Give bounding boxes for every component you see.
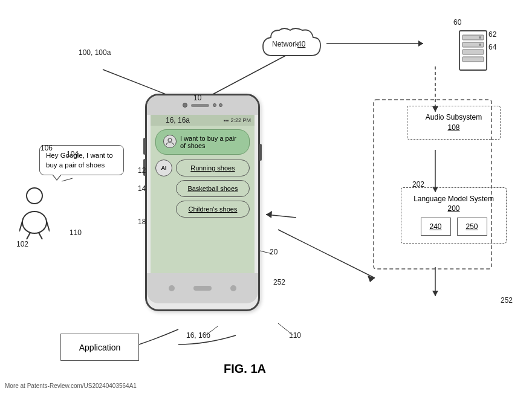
- audio-num: 108: [415, 123, 493, 133]
- speaker-grille: [191, 104, 209, 107]
- suggestion-row-2: Basketball shoes: [155, 180, 250, 197]
- application-box: Application: [60, 334, 139, 361]
- back-button: [169, 285, 175, 291]
- volume-up-button: [143, 138, 146, 155]
- label-16-16a: 16, 16a: [166, 116, 190, 124]
- signal-icon: ▪▪▪: [224, 118, 229, 123]
- phone-bottom: [147, 273, 258, 303]
- label-110-bottom: 110: [289, 331, 301, 340]
- svg-text:Network: Network: [272, 40, 299, 48]
- status-time: 2:22 PM: [230, 117, 251, 123]
- language-model-system: Language Model System 200 240 250: [401, 187, 507, 244]
- svg-point-35: [479, 36, 481, 39]
- svg-point-27: [168, 138, 172, 142]
- fig-caption: FIG. 1A: [224, 362, 266, 376]
- svg-marker-4: [418, 40, 423, 47]
- label-102: 102: [16, 240, 47, 248]
- svg-marker-11: [432, 291, 438, 296]
- svg-line-23: [19, 221, 22, 231]
- suggestion-3: Children's shoes: [176, 201, 250, 218]
- label-104: 104: [66, 150, 79, 158]
- lms-box-240: 240: [421, 218, 451, 236]
- person-head: [26, 187, 43, 204]
- label-64: 64: [488, 43, 531, 51]
- lms-title: Language Model System: [409, 194, 499, 204]
- svg-rect-33: [462, 50, 484, 54]
- home-button: [193, 286, 212, 291]
- front-camera: [183, 103, 187, 108]
- svg-line-14: [266, 215, 296, 218]
- lms-box-250: 250: [457, 218, 487, 236]
- label-18: 18: [138, 218, 146, 226]
- cloud-svg: Network 40: [260, 25, 332, 65]
- diagram-container: 100, 100a Hey Google, I want to buy a pa…: [0, 0, 532, 394]
- sensor-dot2: [219, 103, 222, 107]
- power-button: [259, 144, 262, 161]
- label-10: 10: [193, 94, 201, 102]
- recents-button: [230, 285, 236, 291]
- svg-text:40: 40: [297, 40, 306, 48]
- svg-rect-34: [462, 57, 484, 62]
- server: 60 62 64: [453, 18, 496, 92]
- speech-text: Hey Google, I want to buy a pair of shoe…: [46, 152, 113, 169]
- svg-point-22: [22, 212, 47, 233]
- audio-subsystem: Audio Subsystem 108: [407, 106, 501, 140]
- user-avatar: [163, 135, 177, 148]
- lms-inner-row: 240 250: [409, 218, 499, 236]
- suggestion-row-1: AI Running shoes: [155, 160, 250, 176]
- label-110-left: 110: [70, 228, 82, 237]
- label-106: 106: [41, 144, 53, 152]
- label-20: 20: [270, 248, 277, 256]
- phone-screen: ▪▪▪ 2:22 PM I want to buy a pair of shoe…: [151, 115, 255, 273]
- patent-url: More at Patents-Review.com/US20240403564…: [5, 383, 137, 389]
- suggestion-2: Basketball shoes: [176, 180, 250, 197]
- label-16-16b: 16, 16b: [186, 331, 210, 340]
- lms-num: 200: [409, 204, 499, 213]
- application-label: Application: [79, 343, 121, 352]
- ai-badge: AI: [155, 160, 172, 176]
- smartphone: ▪▪▪ 2:22 PM I want to buy a pair of shoe…: [145, 94, 260, 311]
- suggestion-row-3: Children's shoes: [155, 201, 250, 218]
- audio-title: Audio Subsystem: [415, 112, 493, 123]
- label-60-top: 60: [453, 18, 496, 27]
- sensor-dot: [213, 103, 216, 107]
- svg-line-24: [47, 221, 50, 231]
- svg-point-36: [479, 44, 481, 46]
- person-body-svg: [19, 204, 50, 241]
- suggestion-1: Running shoes: [176, 160, 250, 176]
- svg-line-25: [27, 233, 30, 239]
- label-252-right: 252: [501, 296, 513, 305]
- svg-line-12: [278, 230, 375, 278]
- svg-line-26: [39, 233, 42, 239]
- label-62: 62: [488, 30, 531, 39]
- chat-text: I want to buy a pair of shoes: [180, 135, 242, 149]
- smartphone-top-bar: [147, 95, 258, 115]
- network-cloud: Network 40: [260, 25, 332, 67]
- svg-marker-15: [266, 211, 272, 218]
- label-12: 12: [138, 166, 146, 175]
- screen-content: I want to buy a pair of shoes AI Running…: [151, 126, 255, 225]
- label-14: 14: [138, 184, 146, 193]
- chat-bubble: I want to buy a pair of shoes: [155, 129, 250, 155]
- svg-line-16: [62, 178, 73, 181]
- person-figure: 102: [19, 187, 50, 251]
- label-252-bottom: 252: [273, 278, 285, 286]
- label-device-num: 100, 100a: [79, 48, 111, 57]
- svg-marker-13: [368, 276, 375, 282]
